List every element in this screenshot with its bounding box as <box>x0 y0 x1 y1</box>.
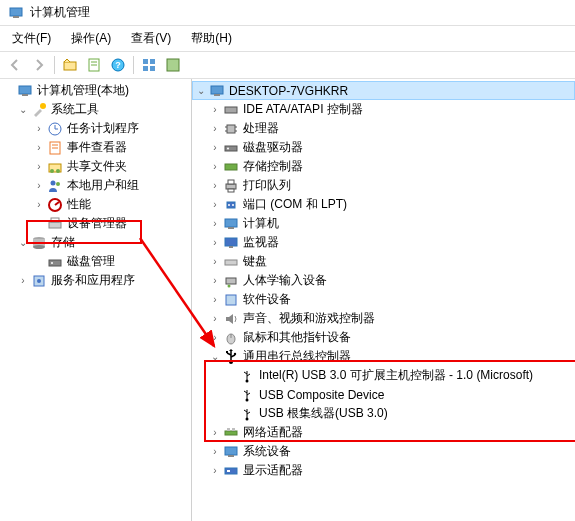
tree-label: 事件查看器 <box>67 139 127 156</box>
expander-icon[interactable]: › <box>208 236 222 250</box>
refresh-button[interactable] <box>162 54 184 76</box>
menu-file[interactable]: 文件(F) <box>4 28 59 49</box>
tree-label: IDE ATA/ATAPI 控制器 <box>243 101 363 118</box>
expander-icon[interactable]: › <box>208 198 222 212</box>
device-print-queues[interactable]: ›打印队列 <box>192 176 575 195</box>
expander-icon[interactable]: › <box>32 122 46 136</box>
device-disk-drives[interactable]: ›磁盘驱动器 <box>192 138 575 157</box>
tree-label: Intel(R) USB 3.0 可扩展主机控制器 - 1.0 (Microso… <box>259 367 533 384</box>
device-ports[interactable]: ›端口 (COM 和 LPT) <box>192 195 575 214</box>
svg-point-26 <box>56 182 60 186</box>
help-button[interactable]: ? <box>107 54 129 76</box>
device-hid[interactable]: ›人体学输入设备 <box>192 271 575 290</box>
expander-icon[interactable]: › <box>208 160 222 174</box>
storage-ctrl-icon <box>223 159 239 175</box>
svg-rect-51 <box>228 189 234 192</box>
tree-label: 人体学输入设备 <box>243 272 327 289</box>
menu-help[interactable]: 帮助(H) <box>183 28 240 49</box>
expander-icon[interactable]: › <box>208 426 222 440</box>
svg-rect-59 <box>225 260 237 265</box>
expander-icon[interactable]: › <box>208 217 222 231</box>
expander-icon[interactable]: ⌄ <box>208 350 222 364</box>
menu-view[interactable]: 查看(V) <box>123 28 179 49</box>
expander-icon[interactable]: › <box>208 141 222 155</box>
expander-icon[interactable]: › <box>208 179 222 193</box>
up-button[interactable] <box>59 54 81 76</box>
device-usb-intel[interactable]: Intel(R) USB 3.0 可扩展主机控制器 - 1.0 (Microso… <box>192 366 575 385</box>
device-display[interactable]: ›显示适配器 <box>192 461 575 480</box>
tree-system-tools[interactable]: ⌄ 系统工具 <box>0 100 191 119</box>
expander-icon[interactable]: › <box>208 464 222 478</box>
device-cpu[interactable]: ›处理器 <box>192 119 575 138</box>
tree-performance[interactable]: › 性能 <box>0 195 191 214</box>
expander-icon[interactable]: › <box>208 103 222 117</box>
device-usb-composite[interactable]: USB Composite Device <box>192 385 575 404</box>
expander-icon[interactable]: › <box>32 160 46 174</box>
expander-icon[interactable]: ⌄ <box>194 84 208 98</box>
svg-rect-12 <box>167 59 179 71</box>
mouse-icon <box>223 330 239 346</box>
expander-icon[interactable]: › <box>208 255 222 269</box>
tree-event-viewer[interactable]: › 事件查看器 <box>0 138 191 157</box>
device-network[interactable]: ›网络适配器 <box>192 423 575 442</box>
tree-task-scheduler[interactable]: › 任务计划程序 <box>0 119 191 138</box>
device-mice[interactable]: ›鼠标和其他指针设备 <box>192 328 575 347</box>
content-area: 计算机管理(本地) ⌄ 系统工具 › 任务计划程序 › 事件查看器 › 共享文件… <box>0 79 575 521</box>
expander-icon[interactable]: › <box>32 198 46 212</box>
svg-point-37 <box>37 279 41 283</box>
tree-disk-mgmt[interactable]: 磁盘管理 <box>0 252 191 271</box>
device-usb[interactable]: ⌄通用串行总线控制器 <box>192 347 575 366</box>
tree-label: 声音、视频和游戏控制器 <box>243 310 375 327</box>
device-software[interactable]: ›软件设备 <box>192 290 575 309</box>
menu-action[interactable]: 操作(A) <box>63 28 119 49</box>
tree-label: USB 根集线器(USB 3.0) <box>259 405 388 422</box>
back-button[interactable] <box>4 54 26 76</box>
device-sys-devices[interactable]: ›系统设备 <box>192 442 575 461</box>
forward-button[interactable] <box>28 54 50 76</box>
device-sound[interactable]: ›声音、视频和游戏控制器 <box>192 309 575 328</box>
svg-rect-2 <box>64 62 76 70</box>
expander-icon[interactable]: › <box>208 122 222 136</box>
tree-label: 端口 (COM 和 LPT) <box>243 196 347 213</box>
device-keyboards[interactable]: ›键盘 <box>192 252 575 271</box>
tree-root[interactable]: 计算机管理(本地) <box>0 81 191 100</box>
expander-icon[interactable]: › <box>208 293 222 307</box>
tree-storage[interactable]: ⌄ 存储 <box>0 233 191 252</box>
tree-label: 处理器 <box>243 120 279 137</box>
expander-icon[interactable]: › <box>208 274 222 288</box>
tree-shared-folders[interactable]: › 共享文件夹 <box>0 157 191 176</box>
expander-icon[interactable]: › <box>208 331 222 345</box>
network-icon <box>223 425 239 441</box>
svg-rect-55 <box>225 219 237 227</box>
expander-icon[interactable]: › <box>32 179 46 193</box>
properties-button[interactable] <box>83 54 105 76</box>
device-usb-hub[interactable]: USB 根集线器(USB 3.0) <box>192 404 575 423</box>
tree-label: 监视器 <box>243 234 279 251</box>
svg-rect-11 <box>150 66 155 71</box>
tree-device-manager[interactable]: 设备管理器 <box>0 214 191 233</box>
device-storage-ctrl[interactable]: ›存储控制器 <box>192 157 575 176</box>
view-button[interactable] <box>138 54 160 76</box>
device-ide[interactable]: ›IDE ATA/ATAPI 控制器 <box>192 100 575 119</box>
tree-label: 存储控制器 <box>243 158 303 175</box>
svg-line-28 <box>55 202 59 205</box>
expander-icon[interactable]: › <box>16 274 30 288</box>
expander-icon[interactable]: ⌄ <box>16 103 30 117</box>
device-computers[interactable]: ›计算机 <box>192 214 575 233</box>
svg-rect-13 <box>19 86 31 94</box>
device-tree-root[interactable]: ⌄ DESKTOP-7VGHKRR <box>192 81 575 100</box>
software-icon <box>223 292 239 308</box>
svg-rect-62 <box>226 278 236 284</box>
svg-rect-39 <box>214 94 220 96</box>
svg-rect-30 <box>51 218 59 222</box>
expander-icon[interactable]: › <box>208 445 222 459</box>
tree-label: 网络适配器 <box>243 424 303 441</box>
expander-icon[interactable]: › <box>208 312 222 326</box>
tree-services-apps[interactable]: › 服务和应用程序 <box>0 271 191 290</box>
svg-rect-50 <box>228 180 234 184</box>
tree-local-users[interactable]: › 本地用户和组 <box>0 176 191 195</box>
device-monitors[interactable]: ›监视器 <box>192 233 575 252</box>
expander-icon[interactable]: › <box>32 141 46 155</box>
tree-label: 磁盘管理 <box>67 253 115 270</box>
expander-icon[interactable]: ⌄ <box>16 236 30 250</box>
